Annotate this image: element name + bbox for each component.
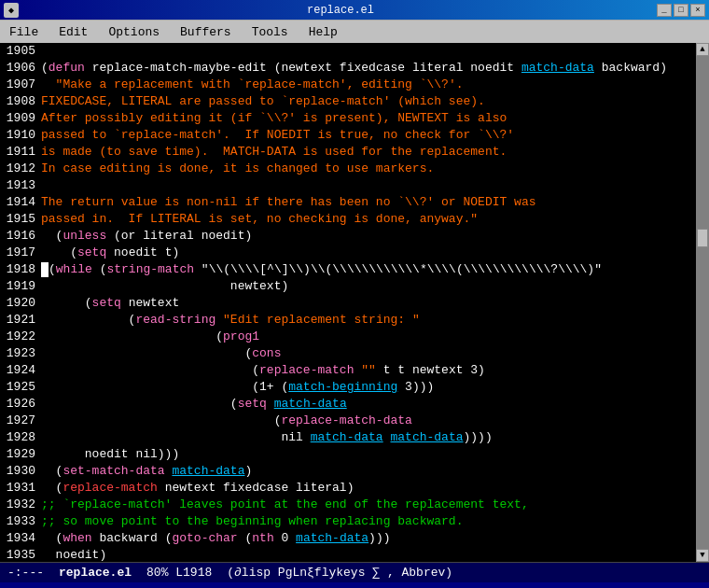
code-line-1922: (prog1 [41, 329, 694, 345]
code-line-1906: (defun replace-match-maybe-edit (newtext… [41, 60, 694, 77]
title-bar-left: ◆ [0, 3, 24, 18]
code-line-1931: (replace-match newtext fixedcase literal… [41, 480, 694, 497]
mode-position: 80% L1918 [146, 566, 212, 580]
minimize-button[interactable]: _ [657, 4, 672, 17]
mode-status: -:--- [7, 566, 44, 580]
code-line-1923: (cons [41, 345, 694, 362]
window-title: replace.el [24, 4, 657, 17]
menubar: File Edit Options Buffers Tools Help [0, 21, 709, 43]
code-line-1935: noedit) [41, 547, 694, 562]
ln-1909: 1909 [2, 110, 35, 127]
code-line-1930: (set-match-data match-data) [41, 463, 694, 480]
app-icon[interactable]: ◆ [4, 3, 19, 18]
code-line-1921: (read-string "Edit replacement string: " [41, 312, 694, 329]
code-line-1932: ;; `replace-match' leaves point at the e… [41, 497, 694, 513]
scrollbar-down-button[interactable]: ▼ [696, 549, 709, 562]
code-line-1933: ;; so move point to the beginning when r… [41, 513, 694, 530]
code-line-1907: "Make a replacement with `replace-match'… [41, 77, 694, 93]
ln-1918: 1918 [2, 261, 35, 278]
line-numbers: 1905 1906 1907 1908 1909 1910 1911 1912 … [0, 43, 39, 562]
ln-1924: 1924 [2, 362, 35, 379]
title-bar: ◆ replace.el _ □ × [0, 0, 709, 21]
window-controls: _ □ × [657, 4, 709, 17]
ln-1914: 1914 [2, 194, 35, 211]
code-line-1918: (while (string-match "\\(\\\\[^\]\\)\\(\… [41, 261, 694, 278]
ln-1920: 1920 [2, 295, 35, 312]
code-line-1910: passed to `replace-match'. If NOEDIT is … [41, 127, 694, 144]
code-line-1908: FIXEDCASE, LITERAL are passed to `replac… [41, 93, 694, 110]
ln-1925: 1925 [2, 379, 35, 396]
ln-1919: 1919 [2, 278, 35, 295]
ln-1933: 1933 [2, 513, 35, 530]
menu-help[interactable]: Help [303, 24, 343, 40]
mode-modes: (∂lisp PgLnξflykeys ∑ , Abbrev) [227, 566, 452, 580]
ln-1913: 1913 [2, 177, 35, 194]
ln-1915: 1915 [2, 211, 35, 228]
code-line-1911: is made (to save time). MATCH-DATA is us… [41, 144, 694, 161]
code-line-1914: The return value is non-nil if there has… [41, 194, 694, 211]
scrollbar-thumb[interactable] [697, 229, 708, 247]
code-line-1925: (1+ (match-beginning 3))) [41, 379, 694, 396]
code-line-1924: (replace-match "" t t newtext 3) [41, 362, 694, 379]
mode-filename: replace.el [59, 566, 132, 580]
ln-1916: 1916 [2, 228, 35, 245]
code-line-1927: (replace-match-data [41, 413, 694, 429]
ln-1935: 1935 [2, 547, 35, 564]
menu-file[interactable]: File [4, 24, 44, 40]
ln-1917: 1917 [2, 245, 35, 261]
menu-edit[interactable]: Edit [53, 24, 93, 40]
code-line-1912: In case editing is done, it is changed t… [41, 161, 694, 177]
code-line-1919: newtext) [41, 278, 694, 295]
ln-1929: 1929 [2, 446, 35, 463]
ln-1926: 1926 [2, 396, 35, 413]
code-line-1920: (setq newtext [41, 295, 694, 312]
editor-area: 1905 1906 1907 1908 1909 1910 1911 1912 … [0, 43, 709, 562]
ln-1930: 1930 [2, 463, 35, 480]
ln-1910: 1910 [2, 127, 35, 144]
menu-tools[interactable]: Tools [246, 24, 294, 40]
ln-1934: 1934 [2, 530, 35, 547]
ln-1905: 1905 [2, 43, 35, 60]
code-line-1913 [41, 177, 694, 194]
ln-1908: 1908 [2, 93, 35, 110]
code-line-1926: (setq match-data [41, 396, 694, 413]
modeline: -:--- replace.el 80% L1918 (∂lisp PgLnξf… [0, 562, 709, 582]
ln-1931: 1931 [2, 480, 35, 497]
ln-1922: 1922 [2, 329, 35, 345]
code-line-1905 [41, 43, 694, 60]
code-line-1928: nil match-data match-data)))) [41, 429, 694, 446]
ln-1907: 1907 [2, 77, 35, 93]
ln-1906: 1906 [2, 60, 35, 77]
code-line-1916: (unless (or literal noedit) [41, 228, 694, 245]
code-line-1909: After possibly editing it (if `\\?' is p… [41, 110, 694, 127]
scrollbar-track[interactable] [696, 56, 709, 549]
menu-buffers[interactable]: Buffers [174, 24, 237, 40]
ln-1912: 1912 [2, 161, 35, 177]
close-button[interactable]: × [690, 4, 705, 17]
code-line-1915: passed in. If LITERAL is set, no checkin… [41, 211, 694, 228]
scrollbar[interactable]: ▲ ▼ [696, 43, 709, 562]
ln-1928: 1928 [2, 429, 35, 446]
ln-1927: 1927 [2, 413, 35, 429]
ln-1932: 1932 [2, 497, 35, 513]
menu-options[interactable]: Options [103, 24, 165, 40]
maximize-button[interactable]: □ [674, 4, 688, 17]
ln-1911: 1911 [2, 144, 35, 161]
ln-1923: 1923 [2, 345, 35, 362]
code-area[interactable]: (defun replace-match-maybe-edit (newtext… [39, 43, 696, 562]
scrollbar-up-button[interactable]: ▲ [696, 43, 709, 56]
ln-1921: 1921 [2, 312, 35, 329]
code-line-1934: (when backward (goto-char (nth 0 match-d… [41, 530, 694, 547]
code-line-1929: noedit nil))) [41, 446, 694, 463]
code-line-1917: (setq noedit t) [41, 245, 694, 261]
